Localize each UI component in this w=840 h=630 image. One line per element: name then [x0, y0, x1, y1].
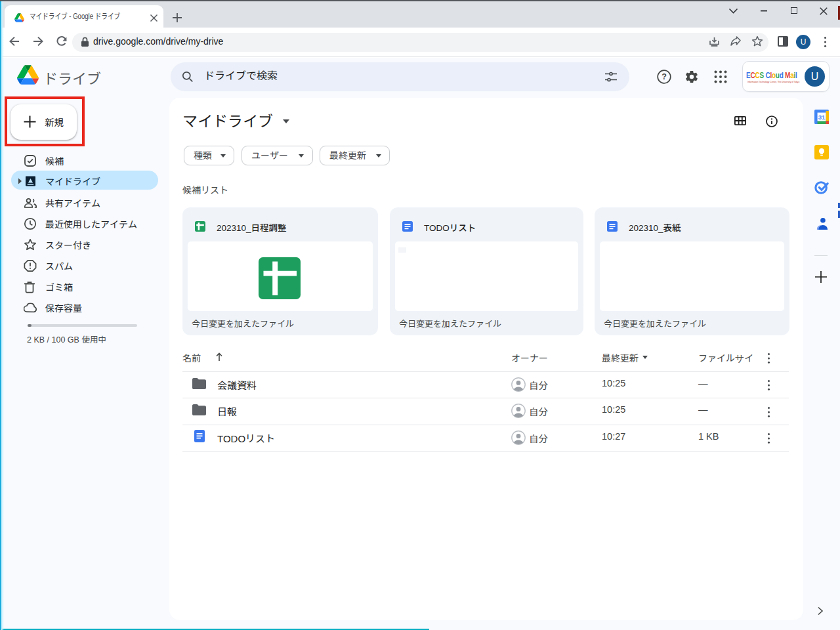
svg-text:31: 31 [818, 114, 826, 121]
svg-text:?: ? [662, 72, 667, 81]
